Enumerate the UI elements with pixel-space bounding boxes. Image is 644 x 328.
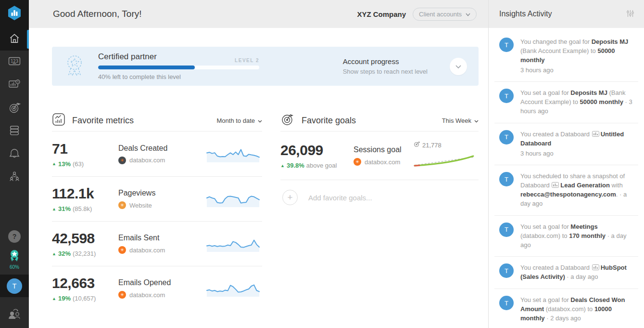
activity-text-segment: Deposits MJ [570, 89, 607, 96]
activity-text-segment: You set a goal for [520, 223, 570, 230]
home-icon [8, 32, 21, 47]
sidebar-item-referral[interactable] [0, 302, 29, 328]
databoard-icon [552, 182, 559, 188]
sidebar-item-datasources[interactable] [0, 120, 29, 143]
activity-text-segment: (databox.com) to [544, 305, 594, 313]
insights-activity-title: Insights Activity [499, 10, 552, 18]
metric-source: ✳databox.com [118, 291, 205, 299]
org-chart-icon [8, 170, 21, 185]
activity-row: TYou created a Databoard Untitled Databo… [499, 130, 636, 158]
metrics-range-dropdown[interactable]: Month to date [217, 117, 263, 124]
client-accounts-dropdown[interactable]: Client accounts [413, 8, 477, 21]
activity-avatar: T [499, 172, 514, 186]
metric-delta: ▲31%(85.8k) [52, 205, 118, 212]
company-name: XYZ Company [357, 10, 406, 18]
favorite-goals-header: Favorite goals This Week [280, 110, 479, 131]
hubspot-dark-source-icon: ✳ [118, 157, 126, 164]
metric-value: 12,663 [52, 275, 118, 291]
activity-item[interactable]: TYou set a goal for Deposits MJ (Bank Ac… [494, 81, 638, 123]
activity-timestamp: 2 days ago [550, 315, 581, 322]
certification-badge[interactable]: 60% [0, 249, 29, 270]
main-header: Good Afternoon, Tory! XYZ Company Client… [29, 0, 488, 28]
metric-row[interactable]: 12,663▲19%(10,657)Emails Opened✳databox.… [52, 266, 262, 311]
sidebar-item-goals[interactable] [0, 97, 29, 120]
activity-row: TYou set a goal for Deals Closed Won Amo… [499, 296, 636, 323]
hubspot-orange-source-icon: ✳ [354, 158, 361, 166]
databox-logo[interactable] [0, 0, 29, 28]
metric-value: 71 [52, 141, 118, 157]
account-progress-block: Account progress Show steps to reach nex… [343, 57, 467, 75]
activity-item[interactable]: TYou set a goal for Meetings (databox.co… [494, 215, 638, 257]
add-favorite-goals-label: Add favorite goals... [308, 194, 372, 202]
activity-text-segment: (Bank Account Example) to [520, 47, 597, 54]
metric-label: Deals Created [118, 144, 205, 153]
sidebar-item-scorecards[interactable]: 123 [0, 51, 29, 74]
metric-info: Pageviews✳Website [118, 189, 205, 209]
activity-row: TYou set a goal for Meetings (databox.co… [499, 223, 636, 250]
metrics-range-label: Month to date [217, 117, 255, 124]
account-progress-title: Account progress [343, 57, 428, 66]
metric-row[interactable]: 71▲13%(63)Deals Created✳databox.com [52, 131, 262, 176]
add-favorite-goals-button[interactable]: + Add favorite goals... [280, 180, 479, 205]
svg-text:123: 123 [11, 59, 18, 64]
activity-text: You scheduled to share a snapshot of Dat… [520, 172, 636, 208]
database-icon [8, 124, 21, 139]
metric-delta: ▲19%(10,657) [52, 295, 118, 302]
activity-item[interactable]: TYou created a Databoard Untitled Databo… [494, 123, 638, 165]
goal-source: ✳databox.com [354, 158, 414, 166]
favorite-metrics-section: Favorite metrics Month to date 71▲13%(63… [52, 110, 262, 311]
activity-timestamp: 3 hours ago [520, 149, 636, 158]
metric-source-label: databox.com [129, 247, 165, 254]
activity-text-segment: with [610, 182, 623, 189]
activity-item[interactable]: TYou created a Databoard HubSpot (Sales … [494, 256, 638, 289]
databox-logo-icon [7, 5, 22, 23]
activity-text: You created a Databoard Untitled Databoa… [520, 130, 636, 158]
help-button[interactable]: ? [8, 230, 21, 243]
sidebar-item-alerts[interactable] [0, 143, 29, 166]
numbers-123-icon: 123 [8, 55, 21, 69]
metric-source-label: databox.com [129, 291, 165, 299]
favorite-metrics-header: Favorite metrics Month to date [52, 110, 262, 131]
activity-item[interactable]: TYou scheduled to share a snapshot of Da… [494, 165, 638, 215]
header-right: XYZ Company Client accounts [357, 8, 477, 21]
sidebar-item-databoards[interactable] [0, 74, 29, 97]
partner-banner: Certified partner LEVEL 2 40% left to co… [52, 47, 479, 86]
metric-row[interactable]: 112.1k▲31%(85.8k)Pageviews✳Website [52, 176, 262, 221]
activity-text: You changed the goal for Deposits MJ (Ba… [520, 38, 636, 75]
goal-delta: ▲39.8%above goal [280, 162, 354, 169]
hubspot-orange-source-icon: ✳ [118, 291, 126, 299]
activity-row: TYou created a Databoard HubSpot (Sales … [499, 263, 636, 282]
metric-source: ✳databox.com [118, 157, 205, 164]
activity-text: You created a Databoard HubSpot (Sales A… [520, 263, 636, 282]
active-indicator [27, 30, 29, 49]
activity-text-segment: You created a Databoard [520, 131, 592, 138]
activity-text-segment: You created a Databoard [520, 264, 592, 271]
user-avatar[interactable]: T [0, 275, 29, 297]
greeting-title: Good Afternoon, Tory! [53, 9, 142, 19]
main-content: Good Afternoon, Tory! XYZ Company Client… [29, 0, 488, 328]
metric-rows: 71▲13%(63)Deals Created✳databox.com112.1… [52, 131, 262, 311]
goal-value: 26,099 [280, 142, 354, 158]
account-progress-text: Account progress Show steps to reach nex… [343, 57, 428, 75]
databoard-icon [592, 264, 599, 270]
sidebar-item-account-hierarchy[interactable] [0, 166, 29, 189]
activity-item[interactable]: TYou set a goal for Deals Closed Won Amo… [494, 289, 638, 328]
partner-banner-subtitle: 40% left to complete this level [98, 73, 259, 80]
databox-app: 123 ? 60% T Good Afternoo [0, 0, 644, 328]
activity-row: TYou set a goal for Deposits MJ (Bank Ac… [499, 89, 636, 116]
metric-row[interactable]: 42,598▲32%(32,231)Emails Sent✳databox.co… [52, 221, 262, 266]
client-accounts-label: Client accounts [419, 11, 462, 18]
activity-text-segment: 50000 monthly [580, 98, 623, 105]
goal-target: 21,778 [414, 141, 479, 149]
expand-progress-button[interactable] [450, 58, 467, 75]
partner-progress-block: Certified partner LEVEL 2 40% left to co… [98, 52, 259, 80]
goal-row[interactable]: 26,099▲39.8%above goalSessions goal✳data… [280, 131, 479, 180]
level-progress: LEVEL 2 [98, 66, 259, 69]
activity-text-segment: Meetings [570, 223, 597, 230]
metric-sparkline [205, 234, 262, 254]
activity-item[interactable]: TYou changed the goal for Deposits MJ (B… [494, 31, 638, 81]
goals-range-dropdown[interactable]: This Week [442, 117, 479, 124]
sidebar-item-home[interactable] [0, 28, 29, 51]
account-progress-subtitle: Show steps to reach next level [343, 68, 428, 75]
activity-filter-button[interactable] [624, 7, 636, 21]
